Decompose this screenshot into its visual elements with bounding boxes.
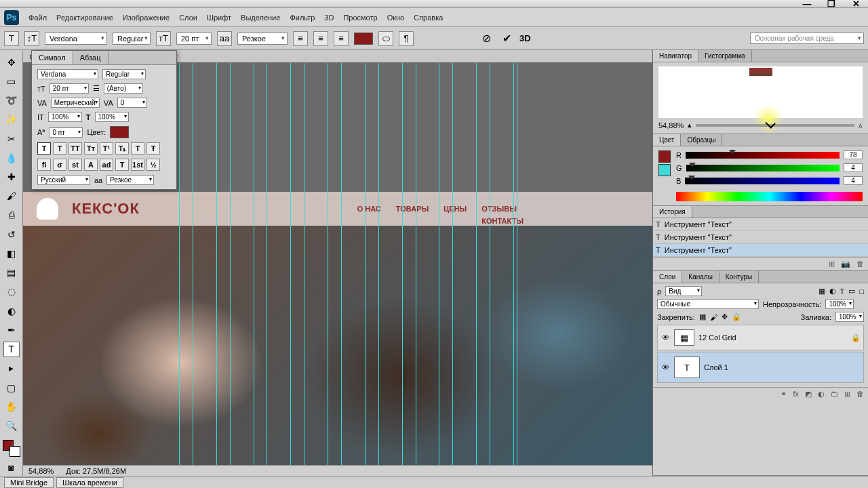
- brush-tool-icon[interactable]: 🖌: [3, 188, 20, 204]
- filter-shape-icon[interactable]: ▭: [848, 287, 855, 296]
- move-tool-icon[interactable]: ✥: [3, 54, 20, 70]
- layer-name[interactable]: Слой 1: [704, 363, 728, 371]
- commit-icon[interactable]: ✔: [499, 31, 514, 46]
- tab-timeline[interactable]: Шкала времени: [56, 477, 123, 488]
- lock-pos-icon[interactable]: ✥: [722, 312, 728, 321]
- link-icon[interactable]: ⚭: [781, 390, 787, 399]
- maximize-button[interactable]: ❐: [822, 0, 841, 10]
- r-slider[interactable]: [686, 152, 840, 159]
- adjust-icon[interactable]: ◐: [818, 390, 825, 399]
- shape-tool-icon[interactable]: ▢: [3, 380, 20, 395]
- lock-trans-icon[interactable]: ▦: [699, 312, 706, 321]
- stamp-tool-icon[interactable]: ⎙: [3, 207, 20, 223]
- b-slider[interactable]: [685, 178, 840, 184]
- marquee-tool-icon[interactable]: ▭: [3, 73, 20, 89]
- char-kerning-select[interactable]: Метрический: [51, 98, 100, 108]
- status-zoom[interactable]: 54,88%: [28, 467, 54, 475]
- menu-edit[interactable]: Редактирование: [56, 14, 113, 22]
- warp-text-icon[interactable]: ⬭: [378, 31, 393, 46]
- cancel-icon[interactable]: ⊘: [479, 31, 494, 46]
- g-input[interactable]: [844, 163, 863, 172]
- close-button[interactable]: ✕: [846, 0, 865, 10]
- new-layer-icon[interactable]: ⊞: [844, 390, 850, 399]
- menu-image[interactable]: Изображение: [123, 14, 170, 22]
- ot-title[interactable]: T: [115, 159, 129, 171]
- quickmask-icon[interactable]: ◙: [3, 460, 20, 476]
- small-caps[interactable]: Tт: [84, 142, 98, 155]
- tab-character[interactable]: Символ: [32, 51, 73, 64]
- ot-ad[interactable]: ad: [100, 159, 113, 171]
- char-tracking-select[interactable]: 0: [117, 98, 147, 108]
- ot-st[interactable]: st: [68, 159, 82, 171]
- dodge-tool-icon[interactable]: ◐: [3, 303, 20, 319]
- zoom-out-icon[interactable]: ▴: [688, 121, 692, 129]
- camera-icon[interactable]: 📷: [841, 260, 850, 268]
- lasso-tool-icon[interactable]: ➰: [3, 92, 20, 108]
- tab-history[interactable]: История: [653, 206, 692, 218]
- subscript[interactable]: T₁: [115, 142, 129, 155]
- navigator-thumb[interactable]: [658, 66, 863, 118]
- type-tool-icon[interactable]: T: [3, 342, 20, 357]
- tab-histogram[interactable]: Гистограмма: [698, 50, 752, 62]
- tab-mini-bridge[interactable]: Mini Bridge: [4, 477, 54, 488]
- snapshot-icon[interactable]: ⊞: [829, 260, 835, 268]
- ot-liga[interactable]: fi: [37, 159, 51, 171]
- tab-layers[interactable]: Слои: [653, 271, 682, 283]
- pen-tool-icon[interactable]: ✒: [3, 322, 20, 338]
- opacity-input[interactable]: 100%: [825, 299, 854, 309]
- group-icon[interactable]: 🗀: [831, 390, 838, 399]
- filter-pix-icon[interactable]: ▦: [818, 287, 825, 296]
- faux-italic[interactable]: T: [53, 142, 66, 155]
- tab-paths[interactable]: Контуры: [719, 271, 759, 283]
- visibility-icon[interactable]: 👁: [660, 333, 670, 342]
- trash-icon[interactable]: 🗑: [856, 260, 864, 268]
- lock-all-icon[interactable]: 🔒: [732, 312, 741, 321]
- align-right-icon[interactable]: ≡: [334, 31, 349, 46]
- menu-3d[interactable]: 3D: [324, 14, 334, 22]
- align-center-icon[interactable]: ≡: [313, 31, 328, 46]
- char-baseline[interactable]: 0 пт: [49, 127, 83, 138]
- tab-paragraph[interactable]: Абзац: [73, 51, 108, 64]
- spectrum-bar[interactable]: [676, 192, 863, 201]
- char-color-swatch[interactable]: [110, 126, 129, 138]
- antialias-select[interactable]: Резкое: [237, 33, 288, 45]
- menu-type[interactable]: Шрифт: [207, 14, 231, 22]
- tab-navigator[interactable]: Навигатор: [653, 50, 698, 62]
- menu-window[interactable]: Окно: [387, 14, 405, 22]
- heal-tool-icon[interactable]: ✚: [3, 169, 20, 184]
- layer-name[interactable]: 12 Col Grid: [698, 333, 736, 342]
- fg-bg-swatches[interactable]: [3, 440, 20, 457]
- menu-help[interactable]: Справка: [414, 14, 443, 22]
- path-select-icon[interactable]: ▸: [3, 361, 20, 376]
- layer-filter-select[interactable]: Вид: [665, 286, 702, 296]
- wand-tool-icon[interactable]: ✨: [3, 112, 20, 127]
- filter-icon[interactable]: ρ: [657, 287, 661, 296]
- b-input[interactable]: [844, 176, 863, 185]
- char-vscale[interactable]: 100%: [48, 112, 82, 122]
- char-leading-select[interactable]: (Авто): [104, 83, 143, 94]
- ot-alt[interactable]: σ: [53, 159, 66, 171]
- font-family-select[interactable]: Verdana: [45, 33, 107, 45]
- crop-tool-icon[interactable]: ✂: [3, 131, 20, 146]
- blur-tool-icon[interactable]: ◌: [3, 284, 20, 300]
- r-input[interactable]: [844, 150, 863, 159]
- history-item[interactable]: TИнструмент "Текст": [653, 218, 868, 231]
- lock-paint-icon[interactable]: 🖌: [710, 313, 717, 321]
- layer-row[interactable]: 👁 T Слой 1: [657, 352, 864, 383]
- g-slider[interactable]: [686, 165, 840, 171]
- char-weight-select[interactable]: Regular: [102, 69, 146, 79]
- eyedropper-tool-icon[interactable]: 💧: [3, 150, 20, 165]
- fx-icon[interactable]: fx: [793, 390, 799, 399]
- workspace-select[interactable]: Основная рабочая среда: [750, 33, 864, 44]
- zoom-tool-icon[interactable]: 🔍: [3, 418, 20, 433]
- orientation-icon[interactable]: ↕T: [24, 31, 39, 46]
- menu-layers[interactable]: Слои: [179, 14, 197, 22]
- char-lang-select[interactable]: Русский: [37, 175, 90, 185]
- filter-type-icon[interactable]: T: [840, 287, 845, 296]
- font-weight-select[interactable]: Regular: [113, 33, 151, 45]
- ot-frac[interactable]: ½: [146, 159, 160, 171]
- blend-mode-select[interactable]: Обычные: [657, 299, 759, 309]
- char-aa-select[interactable]: Резкое: [106, 175, 154, 185]
- type-tool-preset-icon[interactable]: T: [4, 31, 19, 46]
- 3d-button[interactable]: 3D: [519, 33, 531, 43]
